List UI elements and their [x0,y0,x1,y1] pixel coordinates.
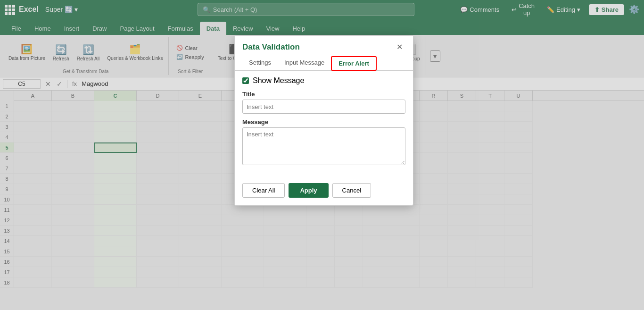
dialog-tab-input-message[interactable]: Input Message [278,56,331,71]
dialog-header: Data Validation ✕ [235,36,413,52]
dialog-title: Data Validation [242,42,300,52]
dialog-tab-settings[interactable]: Settings [242,56,278,71]
show-message-checkbox[interactable] [242,77,249,84]
dialog-tabs: Settings Input Message Error Alert [235,56,413,71]
dialog-footer: Clear All Apply Cancel [235,177,413,198]
dialog-close-button[interactable]: ✕ [394,42,405,52]
dialog-tab-error-alert[interactable]: Error Alert [331,56,377,71]
dialog-body: Show Message Title Message [235,71,413,177]
message-field-group: Message [242,118,405,167]
message-field-label: Message [242,118,405,126]
apply-button[interactable]: Apply [289,183,328,198]
clear-all-button[interactable]: Clear All [242,183,285,198]
title-field-group: Title [242,91,405,114]
show-message-label: Show Message [253,76,304,85]
title-input[interactable] [242,100,405,114]
data-validation-dialog: Data Validation ✕ Settings Input Message… [234,35,413,206]
cancel-button[interactable]: Cancel [332,183,371,198]
message-textarea[interactable] [242,127,405,165]
show-message-row: Show Message [242,76,405,85]
title-field-label: Title [242,91,405,98]
